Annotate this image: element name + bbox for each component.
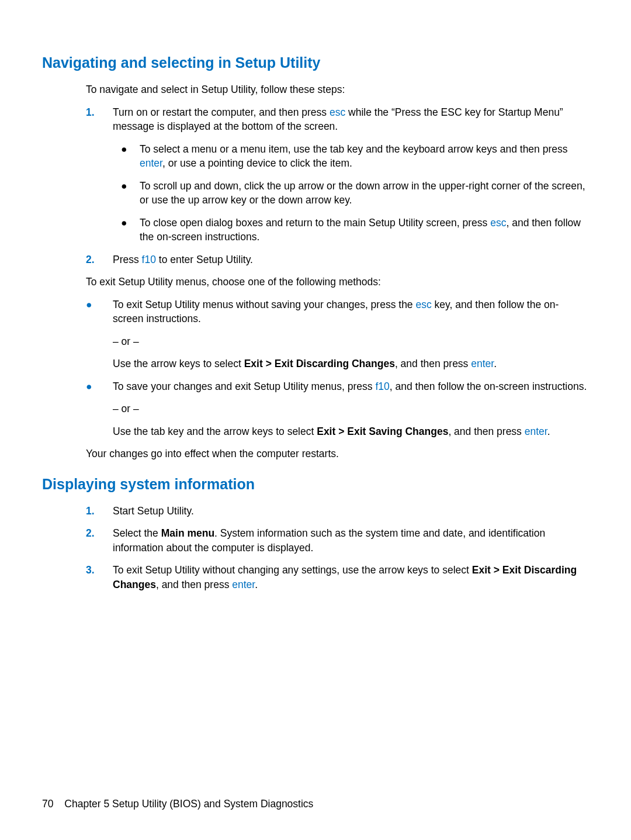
- step-3: 3. To exit Setup Utility without changin…: [86, 563, 589, 592]
- s2-step3-a: To exit Setup Utility without changing a…: [113, 564, 472, 576]
- bullet-icon: ●: [121, 142, 127, 157]
- enter-key: enter: [525, 426, 547, 437]
- bullet1-text-b: , or use a pointing device to click the …: [162, 157, 352, 169]
- s2-step2-a: Select the: [113, 527, 161, 539]
- section2-heading: Displaying system information: [42, 474, 589, 495]
- or-separator: – or –: [113, 334, 589, 349]
- chapter-label: Chapter 5 Setup Utility (BIOS) and Syste…: [64, 797, 313, 811]
- e2-p1-b: , and then follow the on-screen instruct…: [390, 381, 587, 392]
- list-item: ● To exit Setup Utility menus without sa…: [86, 298, 589, 371]
- bullet2-text: To scroll up and down, click the up arro…: [140, 180, 585, 206]
- step-number: 1.: [86, 105, 95, 120]
- e1-p2: Use the arrow keys to select Exit > Exit…: [113, 357, 589, 371]
- s2-step3-b: , and then press: [156, 579, 232, 590]
- section1-closing: Your changes go into effect when the com…: [86, 447, 589, 461]
- step1-bullets: ● To select a menu or a menu item, use t…: [113, 142, 589, 244]
- s2-step1-text: Start Setup Utility.: [113, 505, 194, 517]
- step-number: 2.: [86, 253, 95, 267]
- e2-p2-b: , and then press: [448, 426, 524, 437]
- e1-p2-c: .: [494, 358, 497, 369]
- step2-text-a: Press: [113, 254, 142, 265]
- bullet-icon: ●: [121, 216, 127, 230]
- enter-key: enter: [140, 157, 162, 169]
- bullet-icon: ●: [86, 298, 92, 312]
- s2-step2-bold: Main menu: [161, 527, 214, 539]
- esc-key: esc: [330, 106, 345, 118]
- e2-p1-a: To save your changes and exit Setup Util…: [113, 381, 375, 392]
- exit2-block: To save your changes and exit Setup Util…: [113, 379, 589, 439]
- step-2: 2. Select the Main menu. System informat…: [86, 526, 589, 555]
- e1-p1-a: To exit Setup Utility menus without savi…: [113, 299, 415, 310]
- bullet-icon: ●: [86, 379, 92, 394]
- e1-p2-bold: Exit > Exit Discarding Changes: [244, 358, 395, 369]
- f10-key: f10: [142, 254, 156, 265]
- section1-steps: 1. Turn on or restart the computer, and …: [86, 105, 589, 267]
- step-number: 2.: [86, 526, 95, 541]
- step-number: 1.: [86, 504, 95, 518]
- page-footer: 70 Chapter 5 Setup Utility (BIOS) and Sy…: [42, 797, 313, 811]
- section2-steps: 1. Start Setup Utility. 2. Select the Ma…: [86, 504, 589, 592]
- list-item: ● To close open dialog boxes and return …: [113, 216, 589, 244]
- bullet3-text-a: To close open dialog boxes and return to…: [140, 217, 490, 229]
- page-number: 70: [42, 797, 53, 811]
- exit1-block: To exit Setup Utility menus without savi…: [113, 298, 589, 371]
- exit-intro: To exit Setup Utility menus, choose one …: [86, 275, 589, 289]
- or-separator: – or –: [113, 402, 589, 416]
- step-1: 1. Start Setup Utility.: [86, 504, 589, 518]
- e2-p2-c: .: [547, 426, 550, 437]
- list-item: ● To scroll up and down, click the up ar…: [113, 179, 589, 208]
- list-item: ● To save your changes and exit Setup Ut…: [86, 379, 589, 439]
- step2-text-b: to enter Setup Utility.: [156, 254, 253, 265]
- exit-bullets: ● To exit Setup Utility menus without sa…: [86, 298, 589, 439]
- s2-step3-c: .: [255, 579, 258, 590]
- page-content: Navigating and selecting in Setup Utilit…: [42, 53, 589, 772]
- bullet1-text-a: To select a menu or a menu item, use the…: [140, 143, 568, 155]
- section1-intro: To navigate and select in Setup Utility,…: [86, 82, 589, 97]
- step1-text-a: Turn on or restart the computer, and the…: [113, 106, 330, 118]
- list-item: ● To select a menu or a menu item, use t…: [113, 142, 589, 171]
- esc-key: esc: [415, 299, 431, 310]
- step-number: 3.: [86, 563, 95, 578]
- e1-p2-b: , and then press: [395, 358, 471, 369]
- step-1: 1. Turn on or restart the computer, and …: [86, 105, 589, 244]
- e2-p2-a: Use the tab key and the arrow keys to se…: [113, 426, 317, 437]
- f10-key: f10: [375, 381, 389, 392]
- enter-key: enter: [471, 358, 494, 369]
- step-2: 2. Press f10 to enter Setup Utility.: [86, 253, 589, 267]
- bullet-icon: ●: [121, 179, 127, 193]
- e2-p2: Use the tab key and the arrow keys to se…: [113, 424, 589, 439]
- e1-p2-a: Use the arrow keys to select: [113, 358, 244, 369]
- enter-key: enter: [232, 579, 255, 590]
- esc-key: esc: [490, 217, 506, 229]
- section1-heading: Navigating and selecting in Setup Utilit…: [42, 53, 589, 73]
- e2-p2-bold: Exit > Exit Saving Changes: [317, 426, 448, 437]
